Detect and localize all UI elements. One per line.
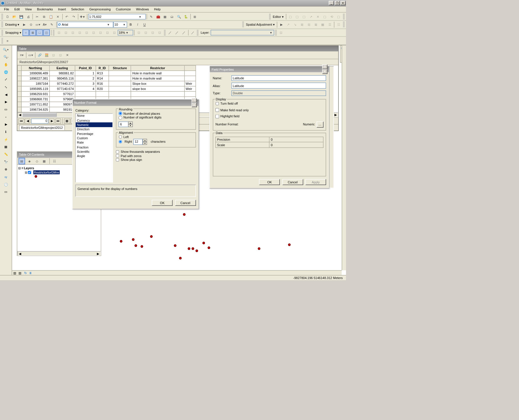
category-listbox[interactable]: NoneCurrencyNumericDirectionPercentageCu… <box>76 113 113 182</box>
grip[interactable] <box>275 30 277 35</box>
find-route-icon[interactable]: ⊕ <box>2 166 9 173</box>
grip[interactable] <box>343 22 345 27</box>
pointer2-icon[interactable]: ▶ <box>278 21 285 28</box>
select-features-icon[interactable]: ▭ <box>2 106 9 113</box>
snap-edge-icon[interactable]: ◫ <box>43 29 50 36</box>
category-item[interactable]: Currency <box>76 118 112 123</box>
align-chars-input[interactable] <box>133 139 143 145</box>
toolbox-icon[interactable]: 🧰 <box>155 13 161 20</box>
copy-icon[interactable]: ⧉ <box>41 13 47 20</box>
full-extent-icon[interactable]: 🌐 <box>2 69 9 76</box>
numfmt-browse-button[interactable]: … <box>317 121 324 128</box>
spin-down-icon[interactable]: ▼ <box>128 124 133 127</box>
grip[interactable] <box>1 22 3 27</box>
toc-hscroll[interactable]: ◀▶ <box>17 251 101 256</box>
map-point[interactable] <box>140 245 143 248</box>
save-icon[interactable]: 💾 <box>18 13 25 20</box>
menu-windows[interactable]: Windows <box>134 7 151 12</box>
tbl-options-icon[interactable]: 🧮 <box>43 52 50 58</box>
next-record-icon[interactable]: ▶ <box>49 118 54 123</box>
padzero-checkbox[interactable] <box>116 154 120 158</box>
menu-file[interactable]: File <box>2 7 12 12</box>
toc-listbyvis-icon[interactable]: ◇ <box>33 158 40 164</box>
align-right-radio[interactable] <box>119 140 122 144</box>
add-data-icon[interactable]: ✚▾ <box>80 13 86 20</box>
name-input[interactable] <box>231 75 326 81</box>
table-row[interactable]: 1899096.489980061.821 R13Hole in manhole… <box>17 71 196 76</box>
rotate-draw-icon[interactable]: ⊙ <box>28 21 34 28</box>
grip[interactable] <box>343 14 345 19</box>
map-point[interactable] <box>120 240 123 243</box>
identify-icon[interactable]: ℹ <box>2 128 9 135</box>
col-restrictor[interactable]: Restrictor <box>131 66 184 71</box>
col-rid[interactable]: R_ID <box>96 66 109 71</box>
close-button[interactable]: ✕ <box>192 103 197 107</box>
menu-bookmarks[interactable]: Bookmarks <box>35 7 55 12</box>
italic-icon[interactable]: I <box>134 21 141 28</box>
map-point[interactable] <box>179 257 181 259</box>
catalog-icon[interactable]: 🗂 <box>169 13 175 20</box>
category-item[interactable]: Fraction <box>76 145 112 149</box>
prev-record-icon[interactable]: ◀ <box>25 118 30 123</box>
map-point[interactable] <box>195 250 198 252</box>
scale-combo[interactable]: ▾ <box>88 14 146 19</box>
cancel-button[interactable]: Cancel <box>282 179 303 185</box>
bold-icon[interactable]: B <box>127 21 134 28</box>
snap-grid-icon[interactable]: ⊞ <box>29 29 36 36</box>
category-item[interactable]: Direction <box>76 127 112 131</box>
collapse-icon[interactable]: ⊟ <box>18 166 21 170</box>
ok-button[interactable]: OK <box>259 179 280 185</box>
toc-listbysrc-icon[interactable]: ▤ <box>18 158 25 164</box>
viewer-wnd-icon[interactable]: ▭ <box>2 188 9 195</box>
open-icon[interactable]: 📂 <box>11 13 18 20</box>
category-item[interactable]: Percentage <box>76 131 112 136</box>
table-row[interactable]: 1898227.381980455.1162 R14Hole in manhol… <box>17 76 196 81</box>
rect-draw-icon[interactable]: ▭▾ <box>35 21 41 28</box>
toc-options-icon[interactable]: ☷ <box>51 158 57 164</box>
map-point[interactable] <box>174 244 176 247</box>
grip[interactable] <box>164 30 166 35</box>
col-northing[interactable]: Northing <box>21 66 49 71</box>
map-point[interactable] <box>191 247 194 250</box>
spatial-adj-menu[interactable]: Spatial Adjustment ▾ <box>245 23 276 27</box>
restore-button[interactable]: ❐ <box>335 1 340 5</box>
tbl-menu-icon[interactable]: ≡▾ <box>18 52 25 58</box>
model-icon[interactable]: ⊞ <box>192 13 198 20</box>
map-point[interactable] <box>187 247 190 250</box>
drawing-menu[interactable]: Drawing ▾ <box>4 23 20 27</box>
menu-help[interactable]: Help <box>152 7 163 12</box>
table-row[interactable]: 1895995.119977140.6744 R20slope boxWeir <box>17 86 196 92</box>
close-button[interactable]: ✕ <box>322 69 327 74</box>
toc-listbydraw-icon[interactable]: ◈ <box>26 158 32 164</box>
menu-edit[interactable]: Edit <box>12 7 22 12</box>
font-combo[interactable]: O ▾ <box>57 22 113 27</box>
first-record-icon[interactable]: ⏮ <box>18 118 24 123</box>
chevron-down-icon[interactable]: ▾ <box>123 23 126 27</box>
fixed-zoom-in-icon[interactable]: ⤢ <box>2 76 9 83</box>
cancel-button[interactable]: Cancel <box>175 200 196 206</box>
spin-up-icon[interactable]: ▲ <box>143 139 147 142</box>
record-input[interactable] <box>31 118 48 123</box>
minimize-button[interactable]: _ <box>329 1 334 5</box>
pan-icon[interactable]: ✋ <box>2 61 9 68</box>
alias-input[interactable] <box>231 83 326 88</box>
underline-icon[interactable]: U <box>141 21 148 28</box>
apply-button[interactable]: Apply <box>305 179 326 185</box>
table-title[interactable]: Table <box>17 46 339 52</box>
delete-icon[interactable]: ✕ <box>55 13 61 20</box>
python-icon[interactable]: 🐍 <box>183 13 189 20</box>
edittext-icon[interactable]: ✎ <box>48 21 55 28</box>
map-point[interactable] <box>208 246 210 249</box>
text-draw-icon[interactable]: A▾ <box>42 21 48 28</box>
table-row[interactable]: 1897164977440.2723 R16Slope boxWeir <box>17 81 196 86</box>
edit-tool-icon[interactable]: ✎ <box>148 13 155 20</box>
tbl-del-icon[interactable]: ✕ <box>64 52 70 58</box>
map-point[interactable] <box>202 242 205 244</box>
plussign-checkbox[interactable] <box>116 158 120 162</box>
find-icon[interactable]: 🔭 <box>2 158 9 165</box>
search-tool-icon[interactable]: 🔍 <box>176 13 182 20</box>
time-slider-icon[interactable]: 🕐 <box>2 181 9 188</box>
help-button[interactable]: ? <box>322 65 327 69</box>
thousands-checkbox[interactable] <box>116 150 120 154</box>
chevron-down-icon[interactable]: ▾ <box>138 15 142 19</box>
